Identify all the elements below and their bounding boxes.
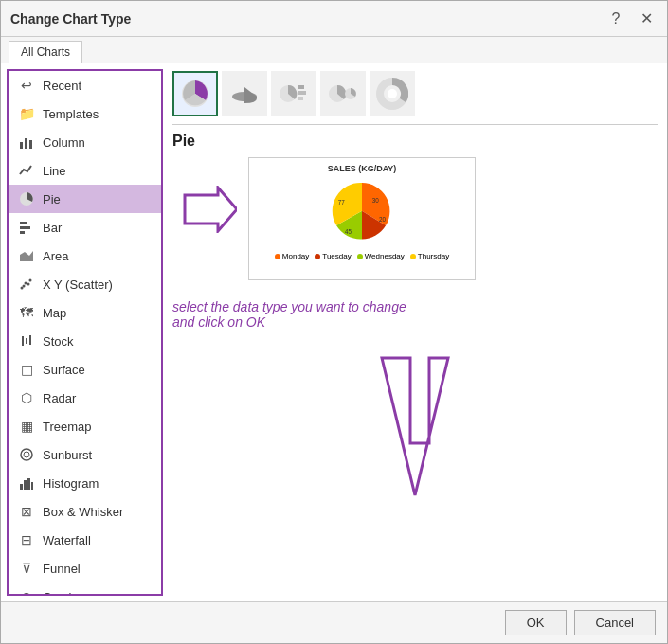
sidebar-item-treemap[interactable]: ▦ Treemap: [9, 412, 161, 440]
sidebar-item-surface[interactable]: ◫ Surface: [9, 355, 161, 384]
sunburst-icon: [18, 446, 35, 463]
sidebar-item-combo[interactable]: ⊕ Combo: [9, 582, 161, 596]
svg-marker-7: [20, 251, 33, 261]
svg-rect-27: [298, 97, 303, 100]
change-chart-type-dialog: Change Chart Type ? ✕ All Charts ↩ Recen…: [0, 0, 668, 644]
recent-icon: ↩: [18, 77, 35, 94]
sidebar-item-area[interactable]: Area: [9, 242, 161, 270]
sidebar-item-pie[interactable]: Pie: [9, 185, 161, 213]
legend-tuesday: Tuesday: [315, 252, 351, 260]
box-whisker-icon: ⊠: [18, 503, 35, 520]
legend-thursday: Thursday: [410, 252, 449, 260]
stock-icon: [18, 332, 35, 349]
svg-text:30: 30: [372, 197, 380, 204]
svg-rect-1: [25, 138, 27, 149]
svg-rect-26: [298, 91, 306, 95]
dialog-title: Change Chart Type: [10, 11, 131, 27]
sidebar-item-label: Radar: [43, 391, 76, 405]
sidebar-item-label: Waterfall: [43, 533, 91, 547]
chart-type-row: [172, 71, 658, 125]
waterfall-icon: ⊟: [18, 531, 35, 548]
chart-type-pie-of-pie[interactable]: [320, 71, 366, 116]
svg-point-16: [24, 452, 29, 457]
map-icon: 🗺: [18, 304, 35, 321]
svg-rect-25: [298, 85, 304, 89]
chart-preview-title: SALES (KG/DAY): [328, 164, 397, 173]
treemap-icon: ▦: [18, 418, 35, 435]
sidebar-item-sunburst[interactable]: Sunburst: [9, 440, 161, 469]
svg-rect-6: [20, 231, 25, 234]
sidebar-item-label: Surface: [43, 363, 85, 377]
sidebar-item-label: Pie: [43, 192, 61, 206]
svg-text:45: 45: [345, 228, 352, 235]
sidebar-item-recent[interactable]: ↩ Recent: [9, 71, 161, 99]
sidebar-item-radar[interactable]: ⬡ Radar: [9, 384, 161, 412]
bar-icon: [18, 219, 35, 236]
chart-type-doughnut[interactable]: [370, 71, 415, 116]
selected-chart-title: Pie: [172, 133, 658, 150]
area-icon: [18, 247, 35, 264]
sidebar-item-label: Sunburst: [43, 448, 92, 462]
close-button[interactable]: ✕: [635, 8, 658, 30]
svg-rect-2: [29, 140, 32, 149]
ok-button[interactable]: OK: [505, 610, 567, 635]
column-icon: [18, 134, 35, 151]
scatter-icon: [18, 276, 35, 293]
left-arrow: [172, 157, 239, 261]
sidebar-item-label: Column: [43, 135, 85, 150]
sidebar-item-label: X Y (Scatter): [43, 277, 113, 292]
down-arrow: [377, 349, 453, 500]
chart-legend: Monday Tuesday Wednesday Thursday: [275, 252, 449, 260]
sidebar-item-label: Bar: [43, 221, 62, 235]
svg-point-9: [25, 282, 27, 285]
sidebar-item-map[interactable]: 🗺 Map: [9, 298, 161, 327]
svg-point-11: [23, 285, 26, 288]
svg-rect-0: [20, 142, 23, 149]
sidebar-item-waterfall[interactable]: ⊟ Waterfall: [9, 526, 161, 554]
svg-marker-37: [382, 358, 448, 495]
cancel-button[interactable]: Cancel: [574, 610, 656, 635]
line-icon: [18, 162, 35, 179]
sidebar-item-templates[interactable]: 📁 Templates: [9, 99, 161, 128]
sidebar-item-label: Line: [43, 164, 66, 178]
tab-all-charts[interactable]: All Charts: [9, 41, 82, 63]
pie-chart-preview: 30 20 45 77: [319, 177, 405, 248]
surface-icon: ◫: [18, 361, 35, 378]
sidebar-item-funnel[interactable]: ⊽ Funnel: [9, 554, 161, 582]
sidebar-item-histogram[interactable]: Histogram: [9, 469, 161, 497]
title-bar: Change Chart Type ? ✕: [1, 1, 667, 37]
sidebar-item-stock[interactable]: Stock: [9, 327, 161, 355]
help-button[interactable]: ?: [605, 8, 627, 30]
sidebar-item-label: Box & Whisker: [43, 505, 123, 519]
tab-bar: All Charts: [1, 37, 667, 63]
sidebar-item-label: Combo: [43, 590, 82, 597]
sidebar-item-bar[interactable]: Bar: [9, 213, 161, 242]
svg-text:20: 20: [379, 216, 387, 223]
sidebar-item-column[interactable]: Column: [9, 128, 161, 156]
sidebar-item-label: Area: [43, 249, 68, 263]
content-area: ↩ Recent 📁 Templates Column Line: [1, 63, 667, 601]
chart-type-pie-3d[interactable]: [222, 71, 267, 116]
svg-rect-18: [20, 484, 23, 490]
sidebar-item-label: Stock: [43, 334, 74, 349]
svg-rect-19: [24, 480, 27, 490]
sidebar-item-label: Recent: [43, 79, 81, 93]
svg-point-12: [27, 283, 30, 286]
title-bar-left: Change Chart Type: [10, 11, 131, 27]
arrow-down-container: [172, 349, 658, 500]
svg-point-10: [29, 279, 32, 282]
radar-icon: ⬡: [18, 389, 35, 406]
title-bar-right: ? ✕: [605, 8, 658, 30]
sidebar-item-label: Templates: [43, 107, 99, 121]
chart-type-pie-basic[interactable]: [172, 71, 218, 116]
pie-icon: [18, 190, 35, 207]
sidebar-item-label: Histogram: [43, 476, 99, 491]
sidebar-item-box-whisker[interactable]: ⊠ Box & Whisker: [9, 497, 161, 526]
sidebar-item-line[interactable]: Line: [9, 156, 161, 185]
svg-rect-20: [27, 478, 30, 490]
chart-type-bar-of-pie[interactable]: [271, 71, 316, 116]
instruction-text: select the data type you want to change …: [172, 299, 419, 330]
svg-text:77: 77: [338, 199, 346, 206]
sidebar-item-scatter[interactable]: X Y (Scatter): [9, 270, 161, 298]
footer: OK Cancel: [1, 601, 667, 643]
